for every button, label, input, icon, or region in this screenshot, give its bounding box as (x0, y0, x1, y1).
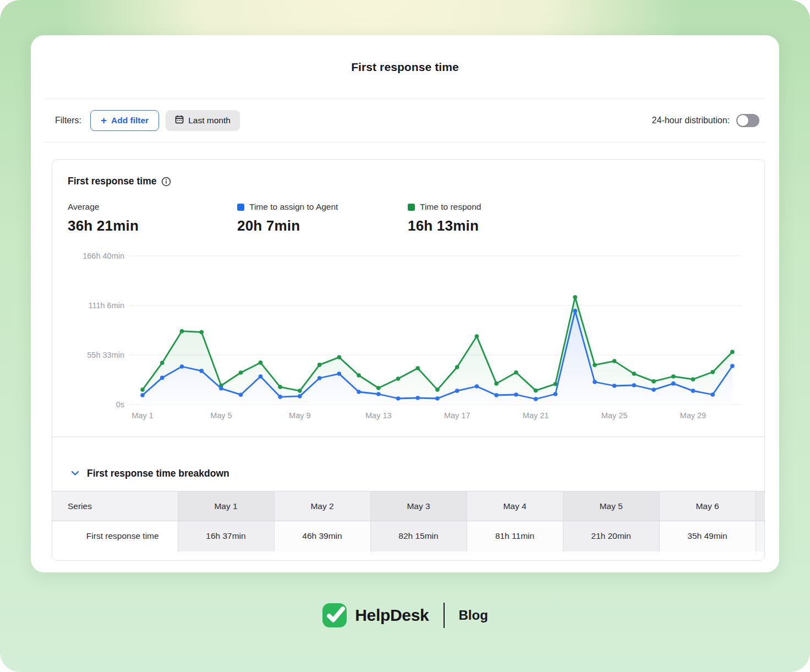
data-point[interactable] (239, 392, 243, 397)
data-point[interactable] (259, 360, 263, 365)
data-point[interactable] (514, 370, 518, 375)
respond-legend-swatch (408, 204, 415, 211)
data-point[interactable] (534, 389, 538, 393)
data-point[interactable] (160, 376, 165, 380)
data-point[interactable] (632, 371, 636, 376)
footer: HelpDesk Blog (0, 603, 810, 628)
data-point[interactable] (376, 386, 381, 390)
info-icon[interactable] (161, 177, 171, 187)
data-point[interactable] (475, 334, 479, 338)
data-point[interactable] (710, 392, 715, 397)
data-point[interactable] (534, 397, 538, 401)
data-point[interactable] (199, 369, 204, 373)
value-cell: 46h 39min (274, 521, 370, 551)
data-point[interactable] (160, 361, 165, 365)
series-line (143, 297, 732, 391)
data-point[interactable] (494, 381, 499, 386)
data-point[interactable] (415, 366, 420, 370)
y-axis-tick-label: 111h 6min (88, 301, 124, 310)
data-point[interactable] (376, 392, 381, 396)
data-point[interactable] (259, 374, 263, 379)
data-point[interactable] (318, 376, 322, 380)
data-point[interactable] (612, 384, 617, 388)
add-filter-label: Add filter (111, 116, 149, 125)
data-point[interactable] (318, 363, 322, 367)
day-column-header: May 2 (274, 491, 370, 521)
day-column-header: May 5 (563, 491, 659, 521)
data-point[interactable] (337, 371, 342, 376)
data-point[interactable] (140, 387, 145, 392)
data-point[interactable] (593, 363, 597, 367)
data-point[interactable] (415, 396, 420, 400)
data-point[interactable] (435, 396, 440, 401)
data-point[interactable] (455, 365, 459, 369)
distribution-toggle-label: 24-hour distribution: (652, 116, 730, 125)
data-point[interactable] (554, 392, 558, 396)
add-filter-button[interactable]: + Add filter (90, 110, 159, 131)
breakdown-table: SeriesMay 1May 2May 3May 4May 5May 6 Fir… (52, 491, 764, 551)
data-point[interactable] (730, 364, 735, 368)
respond-label: Time to respond (420, 202, 481, 212)
chevron-down-icon[interactable] (71, 471, 79, 476)
data-point[interactable] (278, 385, 282, 389)
data-point[interactable] (140, 393, 145, 397)
breakdown-header: First response time breakdown (52, 436, 764, 491)
data-point[interactable] (337, 355, 342, 359)
footer-divider (444, 603, 445, 628)
data-point[interactable] (396, 396, 401, 401)
data-point[interactable] (652, 387, 656, 392)
data-point[interactable] (593, 380, 597, 384)
data-point[interactable] (357, 373, 361, 378)
x-axis-tick-label: May 5 (210, 411, 232, 420)
helpdesk-logo[interactable]: HelpDesk (322, 603, 429, 628)
divider (44, 142, 766, 143)
x-axis-tick-label: May 21 (523, 411, 549, 420)
clipped-column-header (756, 491, 764, 521)
value-cell: 35h 49min (659, 521, 756, 551)
data-point[interactable] (435, 387, 440, 392)
data-point[interactable] (612, 359, 617, 363)
average-value: 36h 21min (68, 217, 237, 234)
calendar-icon (175, 115, 184, 126)
data-point[interactable] (357, 390, 361, 394)
data-point[interactable] (278, 395, 282, 399)
value-cell: 81h 11min (467, 521, 563, 551)
data-point[interactable] (298, 389, 302, 393)
data-point[interactable] (632, 383, 636, 387)
data-point[interactable] (710, 370, 715, 374)
assign-value: 20h 7min (237, 217, 408, 234)
series-column-header: Series (52, 491, 178, 521)
data-point[interactable] (475, 384, 479, 389)
distribution-toggle[interactable] (736, 114, 759, 127)
data-point[interactable] (573, 295, 577, 299)
blog-label[interactable]: Blog (459, 608, 488, 623)
data-point[interactable] (180, 364, 184, 369)
data-point[interactable] (691, 377, 696, 381)
data-point[interactable] (730, 350, 735, 354)
data-point[interactable] (455, 389, 459, 393)
breakdown-header-row: SeriesMay 1May 2May 3May 4May 5May 6 (52, 491, 764, 521)
data-point[interactable] (671, 374, 676, 379)
data-point[interactable] (514, 392, 518, 397)
data-point[interactable] (298, 394, 302, 398)
data-point[interactable] (494, 393, 499, 397)
value-cell: 21h 20min (563, 521, 659, 551)
data-point[interactable] (652, 379, 656, 384)
day-column-header: May 1 (178, 491, 274, 521)
date-range-button[interactable]: Last month (166, 110, 240, 131)
data-point[interactable] (396, 376, 401, 381)
data-point[interactable] (239, 370, 243, 375)
data-point[interactable] (219, 386, 223, 391)
data-point[interactable] (180, 329, 184, 334)
response-time-chart: 0s55h 33min111h 6min166h 40minMay 1May 5… (72, 248, 764, 427)
clipped-value-cell (756, 521, 764, 551)
x-axis-tick-label: May 25 (601, 411, 628, 420)
filters-label: Filters: (55, 116, 81, 125)
data-point[interactable] (199, 330, 204, 335)
date-range-label: Last month (188, 116, 231, 125)
data-point[interactable] (573, 309, 577, 313)
data-point[interactable] (671, 381, 676, 386)
data-point[interactable] (691, 389, 696, 393)
toggle-knob (737, 115, 748, 126)
x-axis-tick-label: May 9 (289, 411, 311, 420)
